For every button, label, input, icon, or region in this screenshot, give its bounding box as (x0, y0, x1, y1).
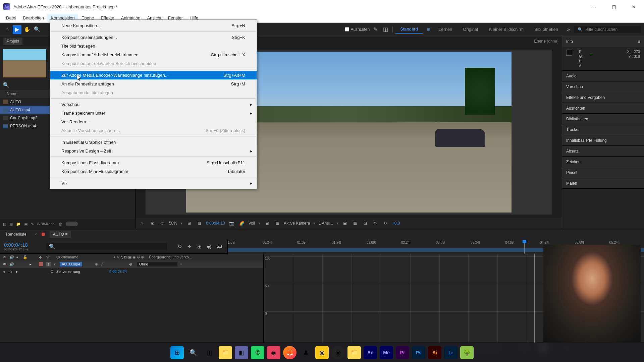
vf2-icon[interactable]: ▦ (352, 220, 359, 227)
menu-item[interactable]: Responsive Design – Zeit▸ (50, 146, 257, 155)
eye-icon[interactable]: 👁 (3, 262, 7, 266)
speaker-icon[interactable]: 🔊 (9, 262, 13, 266)
explorer-icon[interactable]: 📁 (219, 346, 232, 359)
workspace-menu-icon[interactable]: ≡ (424, 25, 433, 34)
aftereffects-icon[interactable]: Ae (364, 346, 377, 359)
hand-tool-icon[interactable]: ✋ (23, 25, 32, 34)
maximize-button[interactable]: ▢ (607, 2, 621, 12)
app-last-icon[interactable]: 🌳 (460, 346, 474, 359)
selection-tool-icon[interactable]: ▶ (13, 25, 21, 34)
lock-icon[interactable]: 🔒 (23, 255, 27, 259)
views-value[interactable]: 1 Ansi... (319, 221, 333, 226)
camera-value[interactable]: Aktive Kamera (284, 221, 310, 226)
menu-item[interactable]: Neue Komposition...Strg+N (50, 21, 257, 30)
photoshop-icon[interactable]: Ps (412, 346, 425, 359)
time-value[interactable]: 0:00:04:18 (206, 221, 225, 226)
menu-item[interactable]: Zur Adobe Media Encoder-Warteschlange hi… (50, 71, 257, 79)
app2-icon[interactable]: ◉ (267, 346, 280, 359)
project-tab[interactable]: Projekt (3, 38, 22, 45)
panel-inhaltsbasierte[interactable]: Inhaltsbasierte Füllung (562, 135, 644, 146)
mediaencoder-icon[interactable]: Me (380, 346, 393, 359)
obs-icon[interactable]: ◉ (331, 346, 345, 359)
transparency-icon[interactable]: ▦ (274, 220, 280, 227)
alpha-icon[interactable]: ▿ (139, 220, 146, 227)
premiere-icon[interactable]: Pr (396, 346, 409, 359)
tl-icon-1[interactable]: ⟲ (176, 243, 182, 250)
res-icon[interactable]: ◉ (149, 220, 156, 227)
vf3-icon[interactable]: ⊡ (362, 220, 369, 227)
menu-item[interactable]: In Essential Graphics öffnen (50, 138, 257, 146)
panel-absatz[interactable]: Absatz (562, 146, 644, 157)
workspace-standard[interactable]: Standard (395, 25, 423, 34)
zoom-tool-icon[interactable]: 🔍 (33, 25, 42, 34)
firefox-icon[interactable]: 🦊 (283, 346, 297, 359)
quality-value[interactable]: Voll (249, 221, 255, 226)
newcomp-icon[interactable]: ▣ (24, 222, 28, 226)
menu-bearbeiten[interactable]: Bearbeiten (19, 14, 47, 22)
timecode-display[interactable]: 0:00:04:18 00138 (29.97 fps) (0, 242, 44, 251)
snap-checkbox[interactable] (345, 27, 349, 32)
renderlist-tab[interactable]: Renderliste (3, 231, 30, 238)
bitdepth-icon[interactable]: ▦ (9, 222, 13, 226)
workspace-bibliotheken[interactable]: Bibliotheken (530, 25, 563, 33)
vf4-icon[interactable]: ⚙ (372, 220, 379, 227)
help-search[interactable]: 🔍 Hilfe durchsuchen (574, 26, 641, 33)
tl-icon-4[interactable]: ◉ (206, 243, 213, 250)
tl-icon-3[interactable]: ⊞ (196, 243, 203, 250)
folder-icon[interactable]: 📁 (347, 346, 361, 359)
app-icon[interactable]: ◧ (235, 346, 248, 359)
layer-tab[interactable]: Ebene (ohne) (534, 39, 558, 44)
parent-dropdown[interactable]: Ohne (137, 262, 177, 266)
timeline-prop-row[interactable]: ◂ ◇ ▸ ⏱ Zeitverzerrung 0:00:03:24 (0, 268, 263, 275)
menu-item[interactable]: Kompositionseinstellungen...Strg+K (50, 33, 257, 42)
label-color[interactable] (39, 262, 43, 266)
search-icon[interactable]: 🔍 (186, 346, 200, 359)
tl-icon-5[interactable]: 🏷 (216, 243, 223, 250)
interp-icon[interactable]: ◧ (3, 222, 6, 226)
trash-icon[interactable]: 🗑 (59, 222, 62, 226)
solo-icon[interactable]: ● (16, 255, 20, 259)
app4-icon[interactable]: ◉ (315, 346, 329, 359)
timeline-search-input[interactable]: 🔍 (46, 243, 167, 250)
column-name[interactable]: Name (7, 92, 17, 96)
menu-item[interactable]: Kompositions-FlussdiagrammStrg+Umschalt+… (50, 158, 257, 167)
tool-extra2-icon[interactable]: ◫ (381, 25, 390, 34)
minimize-button[interactable]: ─ (587, 2, 600, 12)
menu-item[interactable]: Vor-Rendern... (50, 117, 257, 126)
whatsapp-icon[interactable]: ✆ (251, 346, 264, 359)
start-icon[interactable]: ⊞ (170, 346, 184, 359)
search-pill[interactable] (66, 222, 78, 226)
panel-audio[interactable]: Audio (562, 71, 644, 81)
close-button[interactable]: ✕ (627, 2, 641, 12)
workspace-original[interactable]: Original (458, 25, 483, 33)
panel-tracker[interactable]: Tracker (562, 124, 644, 135)
adjust-icon[interactable]: ✎ (31, 222, 34, 226)
menu-item[interactable]: VR▸ (50, 179, 257, 187)
lightroom-icon[interactable]: Lr (444, 346, 458, 359)
zoom-value[interactable]: 50% (169, 221, 177, 226)
panel-pinsel[interactable]: Pinsel (562, 167, 644, 178)
timeline-layer-row[interactable]: 👁 🔊 ▸ 1 ▾ AUTO.mp4 ⊕ ╱ ⊚ Ohne ▾ (0, 260, 263, 268)
menu-datei[interactable]: Datei (3, 14, 19, 22)
folder-icon[interactable]: 📁 (16, 222, 21, 226)
tl-icon-2[interactable]: ✦ (186, 243, 193, 250)
menu-item[interactable]: Kompositions-Mini-FlussdiagrammTabulator (50, 167, 257, 176)
workspace-overflow-icon[interactable]: » (564, 25, 573, 34)
vf5-icon[interactable]: ↻ (382, 220, 389, 227)
vf1-icon[interactable]: ▣ (342, 220, 348, 227)
panel-vorschau[interactable]: Vorschau (562, 81, 644, 92)
taskview-icon[interactable]: ◫ (203, 346, 216, 359)
prop-value[interactable]: 0:00:03:24 (109, 269, 127, 274)
speaker-icon[interactable]: 🔊 (9, 255, 13, 259)
app3-icon[interactable]: ♟ (299, 346, 313, 359)
panel-ausrichten[interactable]: Ausrichten (562, 103, 644, 114)
panel-malen[interactable]: Malen (562, 178, 644, 189)
guides-icon[interactable]: ▦ (196, 220, 203, 227)
panel-menu-icon[interactable]: ≡ (638, 39, 640, 44)
workspace-lernen[interactable]: Lernen (434, 25, 457, 33)
label-icon[interactable]: ◆ (39, 255, 43, 259)
tool-extra1-icon[interactable]: ✎ (371, 25, 380, 34)
comp-tab[interactable]: AUTO ≡ (50, 231, 71, 238)
menu-item[interactable]: Frame speichern unter▸ (50, 109, 257, 117)
eye-icon[interactable]: 👁 (3, 255, 7, 259)
